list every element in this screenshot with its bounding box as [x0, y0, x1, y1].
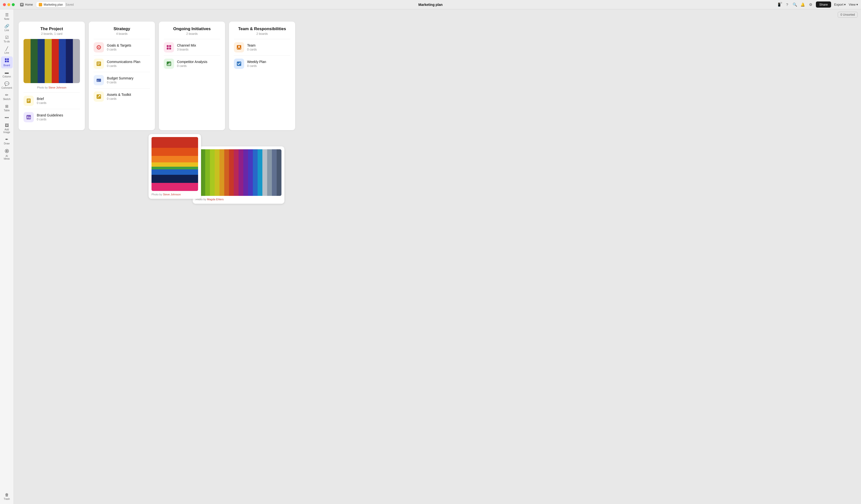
notification-icon[interactable]: 🔔: [801, 2, 805, 7]
share-button[interactable]: Share: [816, 1, 831, 8]
sidebar-column-label: Column: [2, 75, 11, 78]
competitor-analysis-icon: [164, 58, 174, 69]
sidebar-item-add-image[interactable]: 🖼 Add Image: [1, 122, 13, 135]
svg-rect-19: [97, 63, 98, 63]
minimize-button[interactable]: [8, 3, 10, 6]
svg-rect-24: [167, 45, 169, 47]
sketch-icon: ✏: [5, 93, 8, 97]
bottom-photo-credit-2: Photo by Magda Ehlers: [196, 198, 282, 201]
item-channel-mix[interactable]: Channel Mix 3 boards: [164, 39, 220, 55]
sidebar-item-sketch[interactable]: ✏ Sketch: [1, 92, 13, 102]
sidebar-item-table[interactable]: ⊞ Table: [1, 103, 13, 113]
svg-rect-22: [97, 81, 98, 81]
bottom-image-card-2: Photo by Magda Ehlers: [193, 146, 284, 204]
team-info: Team 0 cards: [247, 43, 290, 51]
svg-rect-8: [27, 100, 30, 101]
sidebar-ai-ideas-label: AI Ideas: [2, 155, 11, 160]
weekly-plan-name: Weekly Plan: [247, 60, 290, 64]
bottom-image-canvas-2: [196, 149, 282, 196]
svg-rect-30: [169, 63, 169, 66]
sidebar-item-board[interactable]: Board: [1, 56, 13, 68]
svg-rect-21: [97, 79, 101, 80]
section-the-project-subtitle: 2 boards, 1 card: [24, 32, 80, 36]
search-icon[interactable]: 🔍: [793, 2, 797, 7]
bottom-photo-credit-1: Photo by Steve Johnson: [151, 193, 198, 196]
device-icon[interactable]: 📱0: [777, 2, 782, 7]
page-title: Marketing plan: [419, 3, 443, 6]
sidebar-comment-label: Comment: [1, 86, 12, 89]
bottom-credit-link-steve[interactable]: Steve Johnson: [163, 193, 181, 196]
channel-mix-icon: [164, 42, 174, 53]
unsorted-button[interactable]: 0 Unsorted: [838, 12, 858, 18]
goals-targets-count: 0 cards: [107, 48, 150, 51]
brief-count: 0 cards: [37, 101, 80, 105]
tab-home[interactable]: M Home: [18, 2, 35, 8]
competitor-analysis-name: Competitor Analysis: [177, 60, 220, 64]
svg-rect-31: [170, 63, 170, 66]
line-icon: ╱: [6, 47, 8, 51]
project-image: [24, 39, 80, 83]
item-brand-guidelines[interactable]: Aa Brand Guidelines 0 cards: [24, 109, 80, 125]
sidebar-item-ai-ideas[interactable]: AI Ideas: [1, 147, 13, 162]
sidebar-item-line[interactable]: ╱ Line: [1, 45, 13, 56]
svg-rect-25: [169, 45, 171, 47]
sidebar-add-image-label: Add Image: [2, 128, 11, 134]
item-budget-summary[interactable]: Budget Summary 0 cards: [94, 72, 150, 88]
maximize-button[interactable]: [12, 3, 15, 6]
item-assets-toolkit[interactable]: Assets & Toolkit 0 cards: [94, 88, 150, 105]
svg-point-14: [98, 47, 99, 48]
sidebar-item-trash[interactable]: 🗑 Trash: [1, 491, 13, 502]
titlebar-actions: 📱0 ? 🔍 🔔 ⚙ Share Export ▾ View ▾: [777, 1, 858, 8]
svg-point-33: [238, 46, 240, 47]
note-icon: ☰: [5, 13, 9, 17]
export-button[interactable]: Export ▾: [834, 3, 846, 6]
weekly-plan-count: 0 cards: [247, 64, 290, 68]
section-strategy: Strategy 4 boards Goals & Targets 0 card…: [89, 22, 155, 130]
competitor-analysis-count: 0 cards: [177, 64, 220, 68]
section-ongoing-subtitle: 2 boards: [164, 32, 220, 36]
tab-bar: M Home Marketing plan: [18, 2, 66, 8]
sidebar-sketch-label: Sketch: [3, 98, 11, 100]
view-button[interactable]: View ▾: [849, 3, 858, 6]
sidebar-item-todo[interactable]: ☑ To-do: [1, 34, 13, 45]
sidebar-item-more[interactable]: •••: [1, 114, 13, 121]
sidebar-item-column[interactable]: ▬ Column: [1, 69, 13, 80]
bottom-images: Photo by Steve Johnson Photo by Magda Eh…: [149, 134, 861, 203]
sidebar-item-comment[interactable]: 💬 Comment: [1, 80, 13, 91]
bottom-credit-link-magda[interactable]: Magda Ehlers: [207, 198, 223, 201]
main-layout: ☰ Note 🔗 Link ☑ To-do ╱ Line Board ▬ Col…: [0, 9, 861, 504]
column-icon: ▬: [5, 71, 9, 74]
sidebar: ☰ Note 🔗 Link ☑ To-do ╱ Line Board ▬ Col…: [0, 9, 14, 504]
budget-summary-info: Budget Summary 0 cards: [107, 76, 150, 84]
item-communications-plan[interactable]: Communications Plan 0 cards: [94, 55, 150, 72]
item-weekly-plan[interactable]: Weekly Plan 0 cards: [234, 55, 290, 72]
svg-rect-7: [27, 99, 30, 100]
item-goals-targets[interactable]: Goals & Targets 0 cards: [94, 39, 150, 55]
assets-toolkit-count: 0 cards: [107, 97, 150, 100]
tab-home-label: Home: [25, 3, 33, 6]
section-the-project: The Project 2 boards, 1 card Photo by St…: [19, 22, 85, 130]
section-ongoing-initiatives: Ongoing Initiatives 2 boards Channel Mix…: [159, 22, 225, 130]
brand-guidelines-name: Brand Guidelines: [37, 113, 80, 117]
sidebar-trash-label: Trash: [4, 498, 10, 500]
svg-rect-26: [167, 47, 169, 50]
channel-mix-count: 3 boards: [177, 48, 220, 51]
settings-icon[interactable]: ⚙: [808, 2, 813, 7]
photo-credit-link-steve[interactable]: Steve Johnson: [49, 86, 66, 89]
link-icon: 🔗: [4, 24, 9, 28]
marketing-tab-icon: [39, 3, 42, 6]
sidebar-item-link[interactable]: 🔗 Link: [1, 23, 13, 33]
goals-targets-info: Goals & Targets 0 cards: [107, 43, 150, 51]
close-button[interactable]: [3, 3, 6, 6]
tab-marketing[interactable]: Marketing plan: [36, 2, 66, 8]
svg-point-5: [6, 150, 8, 152]
sidebar-item-draw[interactable]: ✒ Draw: [1, 136, 13, 147]
item-brief[interactable]: Brief 0 cards: [24, 92, 80, 109]
brief-icon: [24, 96, 34, 106]
assets-toolkit-icon: [94, 92, 104, 102]
item-team[interactable]: Team 0 cards: [234, 39, 290, 55]
item-competitor-analysis[interactable]: Competitor Analysis 0 cards: [164, 55, 220, 72]
sidebar-item-note[interactable]: ☰ Note: [1, 11, 13, 22]
help-icon[interactable]: ?: [785, 2, 789, 7]
section-strategy-subtitle: 4 boards: [94, 32, 150, 36]
